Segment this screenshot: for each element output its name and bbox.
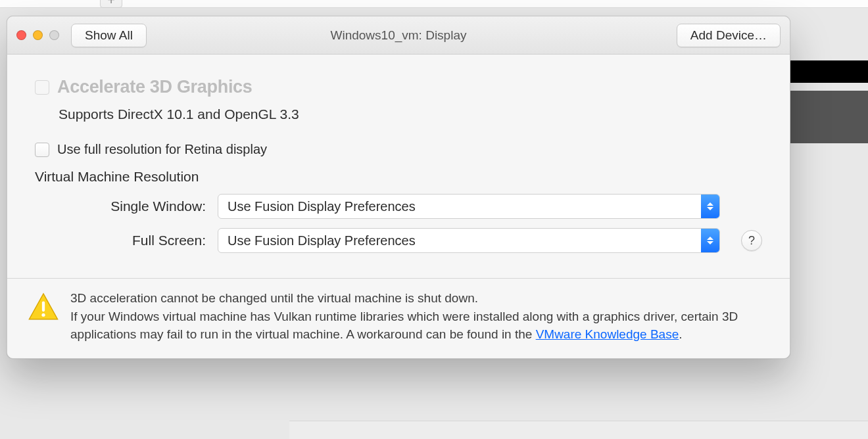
svg-rect-1 xyxy=(42,301,45,312)
add-device-button[interactable]: Add Device… xyxy=(677,24,781,47)
dropdown-stepper-icon xyxy=(701,229,719,252)
show-all-label: Show All xyxy=(85,28,133,43)
retina-row[interactable]: Use full resolution for Retina display xyxy=(35,142,762,157)
vm-resolution-heading: Virtual Machine Resolution xyxy=(35,169,762,185)
close-window[interactable] xyxy=(16,30,26,40)
background-shadow-strip xyxy=(783,60,868,83)
background-thumbnail-row xyxy=(289,421,868,439)
background-shadow-panel xyxy=(783,91,868,143)
help-icon: ? xyxy=(748,234,755,248)
single-window-row: Single Window: Use Fusion Display Prefer… xyxy=(35,194,762,219)
full-screen-select[interactable]: Use Fusion Display Preferences xyxy=(218,228,720,253)
full-screen-value: Use Fusion Display Preferences xyxy=(228,233,416,248)
help-button[interactable]: ? xyxy=(741,230,762,251)
footer-text: 3D acceleration cannot be changed until … xyxy=(70,289,769,344)
footer-line1: 3D acceleration cannot be changed until … xyxy=(70,289,769,308)
add-device-label: Add Device… xyxy=(690,28,767,43)
single-window-value: Use Fusion Display Preferences xyxy=(228,199,416,214)
warning-icon xyxy=(28,292,59,322)
full-screen-row: Full Screen: Use Fusion Display Preferen… xyxy=(35,228,762,253)
dropdown-stepper-icon xyxy=(701,195,719,218)
titlebar: Show All Windows10_vm: Display Add Devic… xyxy=(7,16,790,55)
single-window-select[interactable]: Use Fusion Display Preferences xyxy=(218,194,720,219)
footer-line2: If your Windows virtual machine has Vulk… xyxy=(70,308,769,344)
new-tab-button-hint: + xyxy=(100,0,122,8)
retina-checkbox[interactable] xyxy=(35,143,49,157)
background-tabbar-hint: + xyxy=(0,0,868,8)
traffic-lights xyxy=(16,30,59,40)
footer-note: 3D acceleration cannot be changed until … xyxy=(7,278,790,358)
full-screen-label: Full Screen: xyxy=(35,233,206,248)
zoom-window-disabled xyxy=(49,30,59,40)
accelerate-3d-label: Accelerate 3D Graphics xyxy=(57,77,253,97)
show-all-button[interactable]: Show All xyxy=(71,24,147,47)
retina-label: Use full resolution for Retina display xyxy=(57,142,267,157)
accelerate-3d-subtext: Supports DirectX 10.1 and OpenGL 3.3 xyxy=(59,106,762,122)
footer-line2b: . xyxy=(679,327,682,341)
accelerate-3d-row: Accelerate 3D Graphics xyxy=(35,77,762,97)
minimize-window[interactable] xyxy=(33,30,43,40)
svg-point-2 xyxy=(41,313,45,317)
single-window-label: Single Window: xyxy=(35,198,206,214)
kb-link[interactable]: VMware Knowledge Base xyxy=(536,327,679,341)
settings-body: Accelerate 3D Graphics Supports DirectX … xyxy=(7,55,790,278)
settings-window: Show All Windows10_vm: Display Add Devic… xyxy=(7,16,790,359)
accelerate-3d-checkbox xyxy=(35,80,49,95)
